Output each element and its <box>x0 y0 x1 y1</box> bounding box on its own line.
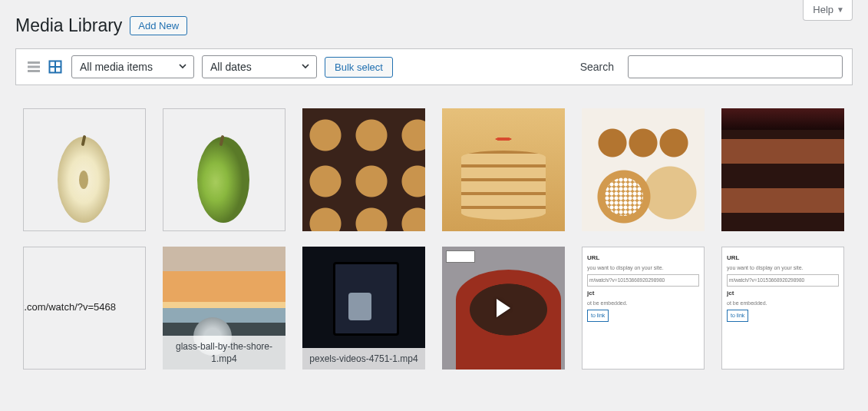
media-item[interactable]: URL you want to display on your site. m/… <box>582 247 705 370</box>
media-item[interactable] <box>582 108 705 231</box>
media-item[interactable]: URL you want to display on your site. m/… <box>721 247 844 370</box>
search-label: Search <box>580 61 614 73</box>
search-input[interactable] <box>628 55 843 78</box>
media-item[interactable] <box>302 108 425 231</box>
media-item[interactable]: ebook.com/watch/?v=5468 <box>23 247 146 370</box>
chevron-down-icon <box>301 61 310 73</box>
media-item[interactable] <box>163 108 285 231</box>
help-label: Help <box>813 4 833 15</box>
chevron-down-icon: ▼ <box>837 5 844 14</box>
media-item[interactable]: glass-ball-by-the-shore-1.mp4 <box>163 247 285 370</box>
media-toolbar: All media items All dates Bulk select Se… <box>15 48 853 85</box>
media-item[interactable] <box>721 108 844 231</box>
page-title: Media Library <box>15 15 122 36</box>
media-caption: glass-ball-by-the-shore-1.mp4 <box>163 336 285 370</box>
media-item[interactable]: pexels-videos-4751-1.mp4 <box>302 247 425 370</box>
date-selected: All dates <box>210 61 252 73</box>
svg-rect-0 <box>28 61 40 64</box>
view-grid-icon[interactable] <box>47 58 64 75</box>
play-icon <box>497 299 510 317</box>
media-item[interactable] <box>23 108 146 231</box>
chevron-down-icon <box>178 61 187 73</box>
media-snippet-text: ebook.com/watch/?v=5468 <box>23 301 116 313</box>
media-type-filter[interactable]: All media items <box>71 55 194 78</box>
view-list-icon[interactable] <box>25 58 42 75</box>
media-caption: pexels-videos-4751-1.mp4 <box>302 348 425 370</box>
media-item[interactable]: Write caption... <box>442 247 565 370</box>
bulk-select-button[interactable]: Bulk select <box>325 57 393 78</box>
media-grid: ebook.com/watch/?v=5468 glass-ball-by-th… <box>15 101 853 385</box>
svg-rect-2 <box>28 70 40 72</box>
svg-rect-1 <box>28 66 40 68</box>
media-type-selected: All media items <box>80 61 153 73</box>
add-new-button[interactable]: Add New <box>130 16 187 35</box>
media-item[interactable] <box>442 108 565 231</box>
help-tab[interactable]: Help ▼ <box>803 0 853 21</box>
date-filter[interactable]: All dates <box>202 55 317 78</box>
